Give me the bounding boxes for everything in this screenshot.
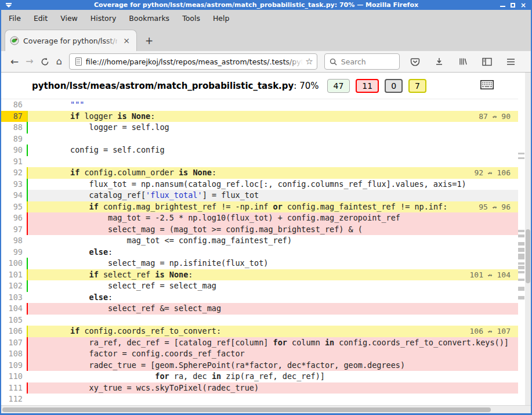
source-line-99: 99 else:	[1, 247, 518, 258]
line-number[interactable]: 103	[1, 292, 27, 304]
line-number[interactable]: 112	[1, 394, 27, 405]
line-number[interactable]: 104	[1, 303, 27, 315]
line-number[interactable]: 87	[1, 111, 27, 122]
line-number[interactable]: 106	[1, 326, 27, 337]
line-number[interactable]: 92	[1, 167, 27, 179]
menu-view[interactable]: View	[54, 12, 84, 25]
source-line-105: 105	[1, 315, 518, 326]
line-number[interactable]: 97	[1, 224, 27, 236]
line-number[interactable]: 101	[1, 269, 27, 281]
line-code: else:	[27, 247, 518, 258]
badge-exc[interactable]: 0	[385, 79, 403, 93]
titlebar[interactable]: Coverage for python/lsst/meas/astrom/mat…	[1, 0, 531, 10]
line-number[interactable]: 94	[1, 190, 27, 201]
bookmark-star-icon[interactable]: ☆	[305, 56, 313, 67]
line-number[interactable]: 86	[1, 99, 27, 111]
coverage-header: python/lsst/meas/astrom/match_probabilis…	[1, 73, 518, 99]
tab-close-icon[interactable]: ×	[121, 36, 132, 45]
coverage-percent: : 70%	[294, 81, 319, 91]
vertical-scrollbar-thumb[interactable]	[526, 229, 530, 283]
forward-icon[interactable]: →	[22, 57, 37, 66]
badge-par[interactable]: 7	[408, 79, 426, 93]
badge-run[interactable]: 47	[327, 79, 350, 93]
line-code	[27, 133, 518, 145]
menu-file[interactable]: File	[2, 12, 27, 25]
line-number[interactable]: 111	[1, 382, 27, 394]
pocket-icon[interactable]	[407, 57, 424, 67]
line-code: flux_tot = np.nansum(catalog_ref.loc[:, …	[27, 179, 518, 190]
back-icon[interactable]: ←	[7, 57, 22, 66]
library-icon[interactable]	[455, 57, 471, 66]
active-tab[interactable]: Coverage for python/lsst/mea ×	[5, 30, 137, 51]
source-line-103: 103 else:	[1, 292, 518, 304]
source-line-101: 101 if select_ref is None:101 ↛ 104	[1, 269, 518, 281]
close-icon[interactable]: ×	[520, 2, 526, 9]
tabbar: Coverage for python/lsst/mea × +	[1, 27, 531, 51]
line-code: mag_tot = -2.5 * np.log10(flux_tot) + co…	[27, 212, 518, 224]
home-icon[interactable]: ⌂	[53, 57, 66, 66]
line-number[interactable]: 100	[1, 258, 27, 269]
line-number[interactable]: 110	[1, 371, 27, 382]
source-listing: 86 """87 if logger is None:87 ↛ 9088 log…	[1, 99, 518, 405]
menu-tools[interactable]: Tools	[176, 12, 207, 25]
new-tab-button[interactable]: +	[145, 35, 153, 46]
branch-annotation: 95 ↛ 96	[479, 201, 511, 213]
maximize-icon[interactable]	[511, 3, 515, 8]
menu-help[interactable]: Help	[207, 12, 236, 25]
menu-edit[interactable]: Edit	[27, 12, 54, 25]
keyboard-shortcuts-icon[interactable]	[480, 80, 494, 92]
file-path: python/lsst/meas/astrom/match_probabilis…	[32, 81, 294, 91]
line-code: select_mag = (mag_tot >= config.mag_brig…	[27, 224, 518, 236]
line-number[interactable]: 96	[1, 212, 27, 224]
line-code: if select_ref is None:101 ↛ 104	[27, 269, 518, 281]
line-number[interactable]: 99	[1, 247, 27, 258]
source-line-86: 86 """	[1, 99, 518, 111]
line-number[interactable]: 90	[1, 145, 27, 156]
line-number[interactable]: 93	[1, 179, 27, 190]
reload-icon[interactable]	[37, 57, 53, 66]
coverage-badges: 471107	[327, 79, 427, 93]
horizontal-scrollbar[interactable]	[1, 405, 531, 413]
search-placeholder: Search	[341, 57, 366, 66]
source-line-89: 89	[1, 133, 518, 145]
coverage-favicon-icon	[10, 36, 19, 45]
search-input[interactable]: Search	[324, 53, 400, 70]
line-number[interactable]: 102	[1, 280, 27, 292]
menu-history[interactable]: History	[84, 12, 122, 25]
line-code: for ra, dec in zip(ra_ref, dec_ref)]	[27, 371, 518, 382]
window-menu-icon[interactable]	[5, 3, 12, 8]
line-number[interactable]: 105	[1, 315, 27, 326]
horizontal-scrollbar-thumb[interactable]	[2, 407, 491, 412]
missed-line-marker	[518, 230, 524, 232]
minimize-icon[interactable]	[500, 6, 505, 7]
line-number[interactable]: 95	[1, 201, 27, 213]
source-line-109: 109 radec_true = [geom.SpherePoint(ra*fa…	[1, 360, 518, 371]
line-code: if logger is None:87 ↛ 90	[27, 111, 518, 122]
line-number[interactable]: 91	[1, 156, 27, 168]
line-number[interactable]: 109	[1, 360, 27, 371]
line-number[interactable]: 88	[1, 122, 27, 133]
line-number[interactable]: 98	[1, 235, 27, 247]
sidebar-icon[interactable]	[479, 57, 495, 66]
menu-hamburger-icon[interactable]	[503, 58, 519, 66]
badge-mis[interactable]: 11	[356, 79, 379, 93]
line-code	[27, 315, 518, 326]
line-number[interactable]: 107	[1, 337, 27, 349]
missed-line-marker	[518, 234, 524, 237]
source-line-92: 92 if config.column_order is None:92 ↛ 1…	[1, 167, 518, 179]
menu-bookmarks[interactable]: Bookmarks	[122, 12, 176, 25]
line-code: logger = self.log	[27, 122, 518, 133]
download-icon[interactable]	[431, 57, 447, 66]
page-icon	[75, 57, 82, 66]
source-line-112: 112	[1, 394, 518, 405]
navbar: ← → ⌂ file:///home/parejkoj/lsst/repos/m…	[1, 51, 531, 73]
vertical-scrollbar[interactable]	[525, 73, 531, 405]
source-line-107: 107 ra_ref, dec_ref = [catalog_ref[colum…	[1, 337, 518, 349]
missed-line-marker	[518, 296, 524, 299]
line-number[interactable]: 108	[1, 348, 27, 360]
firefox-window: Coverage for python/lsst/meas/astrom/mat…	[0, 0, 532, 415]
url-bar[interactable]: file:///home/parejkoj/lsst/repos/meas_as…	[69, 53, 317, 70]
source-line-110: 110 for ra, dec in zip(ra_ref, dec_ref)]	[1, 371, 518, 382]
line-number[interactable]: 89	[1, 133, 27, 145]
line-code: radec_true = [geom.SpherePoint(ra*factor…	[27, 360, 518, 371]
